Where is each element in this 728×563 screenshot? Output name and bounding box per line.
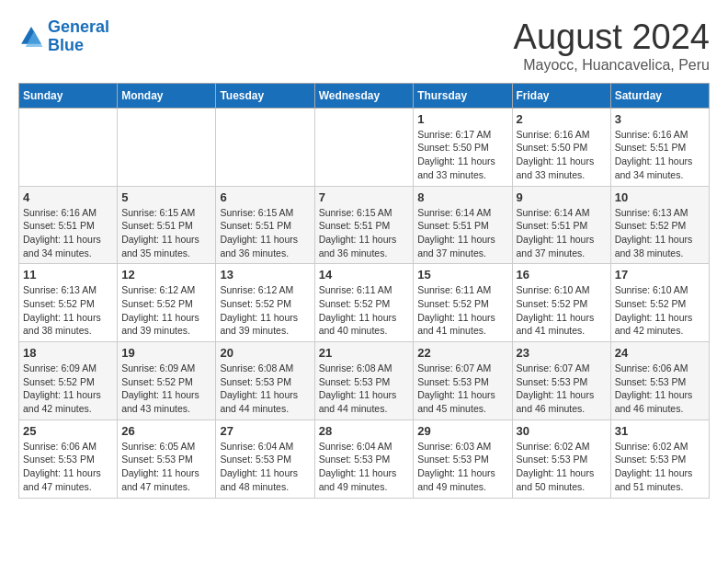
title-block: August 2024 Mayocc, Huancavelica, Peru [514, 18, 710, 74]
day-cell: 31Sunrise: 6:02 AM Sunset: 5:53 PM Dayli… [610, 419, 709, 498]
day-detail: Sunrise: 6:13 AM Sunset: 5:52 PM Dayligh… [23, 283, 113, 338]
day-detail: Sunrise: 6:07 AM Sunset: 5:53 PM Dayligh… [417, 362, 507, 416]
week-row-5: 25Sunrise: 6:06 AM Sunset: 5:53 PM Dayli… [19, 419, 710, 498]
day-detail: Sunrise: 6:15 AM Sunset: 5:51 PM Dayligh… [220, 206, 310, 260]
day-detail: Sunrise: 6:02 AM Sunset: 5:53 PM Dayligh… [615, 440, 705, 494]
day-detail: Sunrise: 6:17 AM Sunset: 5:50 PM Dayligh… [417, 128, 507, 182]
day-cell: 28Sunrise: 6:04 AM Sunset: 5:53 PM Dayli… [314, 419, 414, 498]
day-number: 31 [615, 424, 705, 438]
header-cell-tuesday: Tuesday [216, 83, 314, 108]
day-number: 28 [319, 424, 410, 438]
day-detail: Sunrise: 6:15 AM Sunset: 5:51 PM Dayligh… [121, 206, 211, 260]
day-detail: Sunrise: 6:08 AM Sunset: 5:53 PM Dayligh… [319, 362, 410, 416]
day-cell: 8Sunrise: 6:14 AM Sunset: 5:51 PM Daylig… [414, 186, 512, 264]
day-detail: Sunrise: 6:12 AM Sunset: 5:52 PM Dayligh… [121, 283, 211, 338]
day-number: 8 [417, 190, 507, 204]
day-detail: Sunrise: 6:08 AM Sunset: 5:53 PM Dayligh… [220, 362, 310, 416]
day-detail: Sunrise: 6:14 AM Sunset: 5:51 PM Dayligh… [417, 206, 507, 260]
day-cell: 3Sunrise: 6:16 AM Sunset: 5:51 PM Daylig… [610, 108, 709, 186]
day-number: 26 [121, 424, 211, 438]
day-number: 29 [417, 424, 507, 438]
header-cell-sunday: Sunday [19, 83, 118, 108]
day-cell: 30Sunrise: 6:02 AM Sunset: 5:53 PM Dayli… [512, 419, 610, 498]
day-cell: 22Sunrise: 6:07 AM Sunset: 5:53 PM Dayli… [414, 342, 512, 420]
page-title: August 2024 [514, 18, 710, 57]
day-number: 17 [615, 268, 705, 282]
day-cell: 10Sunrise: 6:13 AM Sunset: 5:52 PM Dayli… [610, 186, 709, 264]
day-detail: Sunrise: 6:13 AM Sunset: 5:52 PM Dayligh… [615, 206, 705, 260]
day-cell: 25Sunrise: 6:06 AM Sunset: 5:53 PM Dayli… [19, 419, 118, 498]
day-number: 12 [121, 268, 211, 282]
day-cell [314, 108, 414, 186]
day-detail: Sunrise: 6:10 AM Sunset: 5:52 PM Dayligh… [615, 283, 705, 338]
day-cell: 27Sunrise: 6:04 AM Sunset: 5:53 PM Dayli… [216, 419, 314, 498]
header-cell-saturday: Saturday [610, 83, 709, 108]
day-number: 5 [121, 190, 211, 204]
day-cell: 19Sunrise: 6:09 AM Sunset: 5:52 PM Dayli… [118, 342, 216, 420]
day-number: 30 [517, 424, 607, 438]
day-detail: Sunrise: 6:09 AM Sunset: 5:52 PM Dayligh… [23, 362, 113, 416]
day-detail: Sunrise: 6:05 AM Sunset: 5:53 PM Dayligh… [121, 440, 211, 494]
day-cell: 17Sunrise: 6:10 AM Sunset: 5:52 PM Dayli… [610, 264, 709, 342]
day-cell: 23Sunrise: 6:07 AM Sunset: 5:53 PM Dayli… [512, 342, 610, 420]
logo: General Blue [18, 18, 109, 55]
day-number: 15 [417, 268, 507, 282]
header-cell-friday: Friday [512, 83, 610, 108]
day-detail: Sunrise: 6:16 AM Sunset: 5:51 PM Dayligh… [23, 206, 113, 260]
day-cell: 1Sunrise: 6:17 AM Sunset: 5:50 PM Daylig… [414, 108, 512, 186]
day-cell: 7Sunrise: 6:15 AM Sunset: 5:51 PM Daylig… [314, 186, 414, 264]
week-row-1: 1Sunrise: 6:17 AM Sunset: 5:50 PM Daylig… [19, 108, 710, 186]
day-detail: Sunrise: 6:06 AM Sunset: 5:53 PM Dayligh… [23, 440, 113, 494]
day-cell: 11Sunrise: 6:13 AM Sunset: 5:52 PM Dayli… [19, 264, 118, 342]
day-detail: Sunrise: 6:10 AM Sunset: 5:52 PM Dayligh… [517, 283, 607, 338]
day-number: 11 [23, 268, 113, 282]
day-cell: 26Sunrise: 6:05 AM Sunset: 5:53 PM Dayli… [118, 419, 216, 498]
day-number: 4 [23, 190, 113, 204]
day-number: 25 [23, 424, 113, 438]
day-number: 1 [417, 112, 507, 126]
day-number: 19 [121, 346, 211, 360]
day-number: 23 [517, 346, 607, 360]
day-detail: Sunrise: 6:04 AM Sunset: 5:53 PM Dayligh… [319, 440, 410, 494]
day-cell [19, 108, 118, 186]
day-number: 7 [319, 190, 410, 204]
day-number: 20 [220, 346, 310, 360]
day-detail: Sunrise: 6:03 AM Sunset: 5:53 PM Dayligh… [417, 440, 507, 494]
day-number: 6 [220, 190, 310, 204]
day-detail: Sunrise: 6:16 AM Sunset: 5:51 PM Dayligh… [615, 128, 705, 182]
day-number: 16 [517, 268, 607, 282]
day-detail: Sunrise: 6:07 AM Sunset: 5:53 PM Dayligh… [517, 362, 607, 416]
day-cell: 5Sunrise: 6:15 AM Sunset: 5:51 PM Daylig… [118, 186, 216, 264]
day-number: 18 [23, 346, 113, 360]
day-number: 14 [319, 268, 410, 282]
day-cell: 24Sunrise: 6:06 AM Sunset: 5:53 PM Dayli… [610, 342, 709, 420]
day-detail: Sunrise: 6:09 AM Sunset: 5:52 PM Dayligh… [121, 362, 211, 416]
page-header: General Blue August 2024 Mayocc, Huancav… [18, 18, 710, 74]
header-cell-wednesday: Wednesday [314, 83, 414, 108]
day-cell: 4Sunrise: 6:16 AM Sunset: 5:51 PM Daylig… [19, 186, 118, 264]
day-number: 3 [615, 112, 705, 126]
day-number: 13 [220, 268, 310, 282]
logo-text: General Blue [48, 18, 109, 55]
day-cell [216, 108, 314, 186]
day-cell: 2Sunrise: 6:16 AM Sunset: 5:50 PM Daylig… [512, 108, 610, 186]
day-detail: Sunrise: 6:04 AM Sunset: 5:53 PM Dayligh… [220, 440, 310, 494]
day-detail: Sunrise: 6:16 AM Sunset: 5:50 PM Dayligh… [517, 128, 607, 182]
day-detail: Sunrise: 6:02 AM Sunset: 5:53 PM Dayligh… [517, 440, 607, 494]
day-cell: 29Sunrise: 6:03 AM Sunset: 5:53 PM Dayli… [414, 419, 512, 498]
header-cell-monday: Monday [118, 83, 216, 108]
day-number: 27 [220, 424, 310, 438]
day-cell: 9Sunrise: 6:14 AM Sunset: 5:51 PM Daylig… [512, 186, 610, 264]
day-number: 10 [615, 190, 705, 204]
header-cell-thursday: Thursday [414, 83, 512, 108]
logo-icon [18, 24, 44, 50]
day-cell: 16Sunrise: 6:10 AM Sunset: 5:52 PM Dayli… [512, 264, 610, 342]
page-subtitle: Mayocc, Huancavelica, Peru [514, 57, 710, 74]
day-cell: 6Sunrise: 6:15 AM Sunset: 5:51 PM Daylig… [216, 186, 314, 264]
day-detail: Sunrise: 6:11 AM Sunset: 5:52 PM Dayligh… [319, 283, 410, 338]
day-cell: 12Sunrise: 6:12 AM Sunset: 5:52 PM Dayli… [118, 264, 216, 342]
week-row-2: 4Sunrise: 6:16 AM Sunset: 5:51 PM Daylig… [19, 186, 710, 264]
day-number: 22 [417, 346, 507, 360]
calendar-table: SundayMondayTuesdayWednesdayThursdayFrid… [18, 83, 710, 499]
day-number: 24 [615, 346, 705, 360]
